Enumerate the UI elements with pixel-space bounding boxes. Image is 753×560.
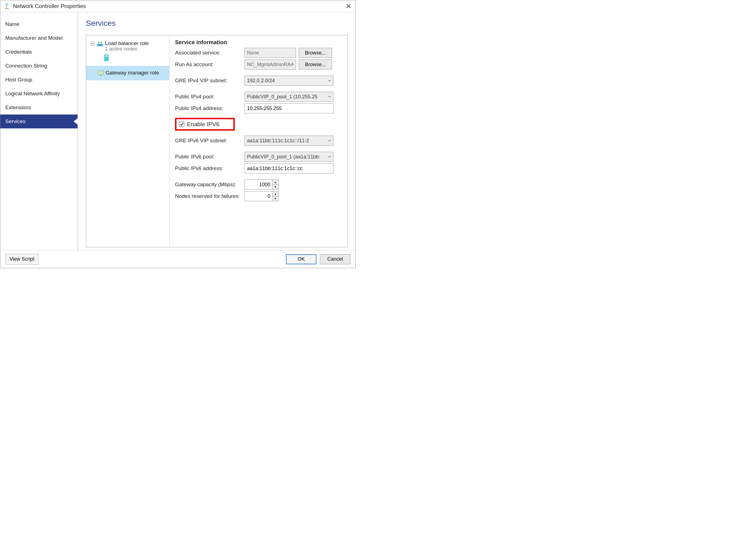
tree-node-load-balancer[interactable]: Load balancer role 1 active nodes <box>86 39 169 53</box>
dialog-footer: View Script OK Cancel <box>0 250 355 268</box>
server-icon <box>104 54 169 61</box>
chevron-down-icon <box>328 80 331 82</box>
runas-account-label: Run As account: <box>175 61 245 67</box>
load-balancer-icon <box>97 40 103 47</box>
public-ipv6-pool-value: PublicVIP_0_pool_1 (aa1a:11bb: <box>247 154 320 160</box>
gateway-capacity-input[interactable] <box>245 180 272 189</box>
public-ipv6-pool-combo[interactable]: PublicVIP_0_pool_1 (aa1a:11bb: <box>245 152 333 162</box>
tree-child-server[interactable] <box>86 53 169 63</box>
close-button[interactable] <box>344 4 352 8</box>
svg-rect-7 <box>105 56 108 57</box>
public-ipv6-address-input[interactable] <box>245 163 333 174</box>
enable-ipv6-checkbox[interactable] <box>179 122 184 127</box>
public-ipv4-pool-value: PublicVIP_0_pool_1 (10.255.25 <box>247 94 317 100</box>
sidebar-item-logical-network-affinity[interactable]: Logical Network Affinity <box>0 87 78 101</box>
tree-node-label: Load balancer role <box>105 40 149 46</box>
dialog-window: Network Controller Properties Name Manuf… <box>0 0 356 268</box>
enable-ipv6-label: Enable IPV6 <box>187 121 220 127</box>
nodes-reserved-input[interactable] <box>245 191 272 201</box>
sidebar-item-services[interactable]: Services <box>0 115 78 128</box>
main-area: Services <box>78 12 355 250</box>
app-icon <box>3 2 10 10</box>
spin-down-icon[interactable]: ▼ <box>272 185 279 189</box>
tree-collapse-icon[interactable] <box>90 42 95 45</box>
sidebar-item-extensions[interactable]: Extensions <box>0 101 78 115</box>
svg-rect-2 <box>97 44 103 46</box>
svg-point-0 <box>5 3 8 5</box>
public-ipv4-pool-label: Public IPv4 pool: <box>175 94 245 100</box>
runas-account-input[interactable] <box>245 59 296 69</box>
chevron-down-icon <box>328 156 331 158</box>
browse-associated-service-button[interactable]: Browse... <box>299 48 332 58</box>
ok-button[interactable]: OK <box>286 254 317 264</box>
spin-up-icon[interactable]: ▲ <box>272 192 279 197</box>
associated-service-input[interactable] <box>245 48 296 58</box>
public-ipv6-pool-label: Public IPv6 pool: <box>175 154 245 160</box>
gateway-capacity-label: Gateway capacity (Mbps): <box>175 181 245 187</box>
public-ipv4-address-label: Public IPv4 address: <box>175 105 245 112</box>
services-panel: Load balancer role 1 active nodes <box>86 35 348 247</box>
svg-rect-1 <box>6 5 7 8</box>
gre-ipv4-subnet-label: GRE IPv4 VIP subnet: <box>175 78 245 84</box>
public-ipv4-pool-combo[interactable]: PublicVIP_0_pool_1 (10.255.25 <box>245 92 333 102</box>
spin-up-icon[interactable]: ▲ <box>272 180 279 185</box>
svg-rect-6 <box>105 55 108 56</box>
enable-ipv6-highlight: Enable IPV6 <box>175 118 235 131</box>
gre-ipv6-subnet-label: GRE IPv6 VIP subnet: <box>175 138 245 144</box>
chevron-down-icon <box>328 140 331 142</box>
svg-point-3 <box>98 42 100 43</box>
sidebar-item-host-group[interactable]: Host Group <box>0 73 78 87</box>
chevron-down-icon <box>328 96 331 98</box>
window-title: Network Controller Properties <box>13 3 86 9</box>
gre-ipv6-subnet-value: aa1a:11bb:111c:1c1c::/11-2 <box>247 138 309 144</box>
svg-rect-8 <box>98 71 103 75</box>
svg-rect-9 <box>100 75 101 76</box>
sidebar-item-manufacturer-model[interactable]: Manufacturer and Model <box>0 31 78 45</box>
page-heading: Services <box>86 19 348 28</box>
associated-service-label: Associated service: <box>175 50 245 56</box>
sidebar-item-name[interactable]: Name <box>0 17 78 31</box>
public-ipv6-address-label: Public IPv6 address: <box>175 165 245 172</box>
sidebar: Name Manufacturer and Model Credentials … <box>0 12 78 250</box>
view-script-button[interactable]: View Script <box>5 254 39 265</box>
gre-ipv4-subnet-value: 192.0.2.0/24 <box>247 78 275 84</box>
gre-ipv6-subnet-combo[interactable]: aa1a:11bb:111c:1c1c::/11-2 <box>245 136 333 146</box>
gateway-role-icon <box>97 70 104 76</box>
dialog-body: Name Manufacturer and Model Credentials … <box>0 12 355 250</box>
svg-point-4 <box>101 42 102 43</box>
gateway-capacity-spinner[interactable]: ▲ ▼ <box>245 180 279 189</box>
titlebar: Network Controller Properties <box>0 0 355 12</box>
tree-node-gateway-manager[interactable]: Gateway manager role <box>86 66 169 80</box>
sidebar-item-connection-string[interactable]: Connection String <box>0 59 78 73</box>
cancel-button[interactable]: Cancel <box>320 254 350 264</box>
section-title: Service information <box>175 39 342 45</box>
tree-node-subtitle: 1 active nodes <box>105 46 149 52</box>
spin-down-icon[interactable]: ▼ <box>272 197 279 201</box>
tree-node-label: Gateway manager role <box>106 70 159 76</box>
sidebar-item-credentials[interactable]: Credentials <box>0 45 78 59</box>
nodes-reserved-label: Nodes reserved for failures: <box>175 193 245 199</box>
gre-ipv4-subnet-combo[interactable]: 192.0.2.0/24 <box>245 76 333 86</box>
service-detail: Service information Associated service: … <box>169 35 347 247</box>
browse-runas-button[interactable]: Browse... <box>299 59 332 69</box>
services-tree: Load balancer role 1 active nodes <box>86 35 169 247</box>
public-ipv4-address-input[interactable] <box>245 103 333 113</box>
nodes-reserved-spinner[interactable]: ▲ ▼ <box>245 191 279 201</box>
